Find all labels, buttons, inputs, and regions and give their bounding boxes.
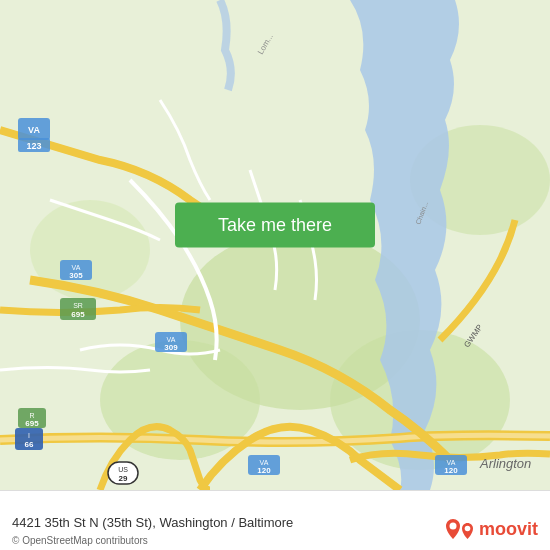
svg-text:SR: SR — [73, 302, 83, 309]
svg-text:VA: VA — [260, 459, 269, 466]
svg-text:66: 66 — [25, 440, 34, 449]
moovit-logo: moovit — [445, 518, 538, 540]
svg-text:120: 120 — [444, 466, 458, 475]
svg-text:305: 305 — [69, 271, 83, 280]
svg-text:309: 309 — [164, 343, 178, 352]
moovit-pin-icon-2 — [461, 522, 474, 540]
map-container: VA 123 SR 695 VA 305 VA 309 R 695 VA 120… — [0, 0, 550, 490]
svg-text:Arlington: Arlington — [479, 456, 531, 471]
bottom-bar: © OpenStreetMap contributors 4421 35th S… — [0, 490, 550, 550]
svg-text:I: I — [28, 432, 30, 439]
svg-text:VA: VA — [72, 264, 81, 271]
copyright-text: © OpenStreetMap contributors — [12, 535, 148, 546]
svg-text:123: 123 — [26, 141, 41, 151]
moovit-logo-text: moovit — [479, 519, 538, 540]
svg-text:695: 695 — [71, 310, 85, 319]
svg-text:VA: VA — [167, 336, 176, 343]
svg-text:R: R — [29, 412, 34, 419]
svg-text:US: US — [118, 466, 128, 473]
svg-text:29: 29 — [119, 474, 128, 483]
svg-point-38 — [449, 523, 456, 530]
moovit-pin-icon-1 — [445, 518, 461, 540]
svg-text:695: 695 — [25, 419, 39, 428]
svg-text:VA: VA — [447, 459, 456, 466]
svg-text:120: 120 — [257, 466, 271, 475]
take-me-there-button[interactable]: Take me there — [175, 203, 375, 248]
svg-text:VA: VA — [28, 125, 40, 135]
svg-point-39 — [465, 526, 471, 532]
